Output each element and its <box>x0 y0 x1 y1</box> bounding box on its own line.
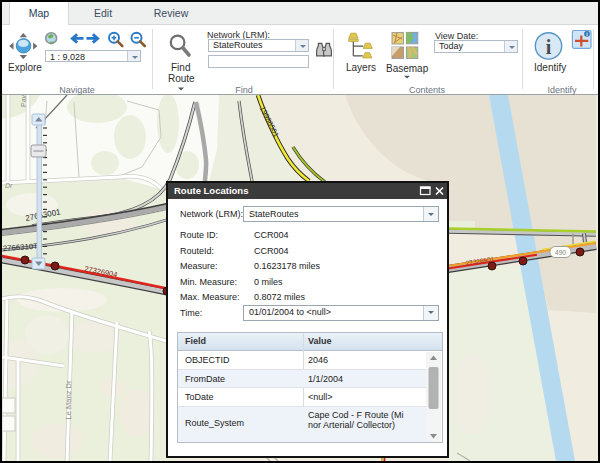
svg-text:i: i <box>546 36 552 58</box>
svg-text:Pav: Pav <box>20 95 27 107</box>
svg-text:Le Manz Dr: Le Manz Dr <box>64 380 73 419</box>
svg-text:490: 490 <box>555 249 566 256</box>
svg-text:Dr: Dr <box>5 182 13 189</box>
